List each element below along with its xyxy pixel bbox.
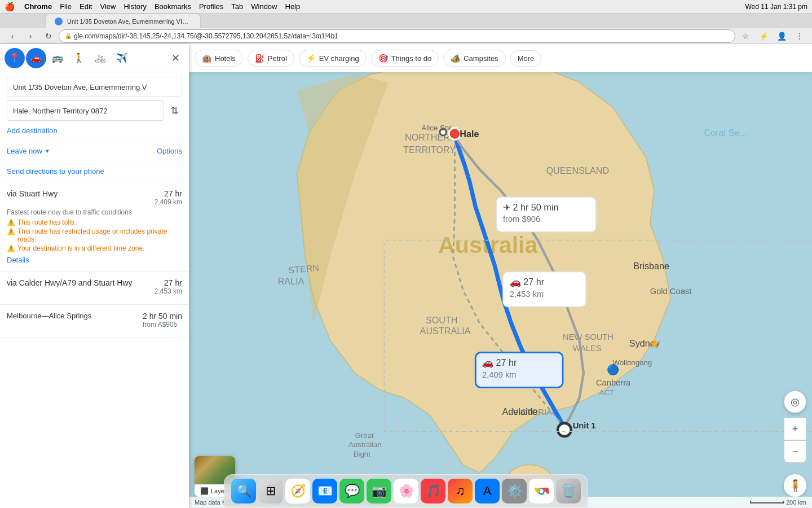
zoom-in-button[interactable]: +: [784, 418, 806, 440]
svg-text:2,453 km: 2,453 km: [510, 290, 544, 299]
route-1-warning-3: ⚠️ Your destination is in a different ti…: [7, 244, 182, 252]
filter-things-to-do[interactable]: 🎯 Things to do: [371, 50, 439, 67]
svg-text:✈  2 hr 50 min: ✈ 2 hr 50 min: [503, 202, 558, 212]
dock-facetime[interactable]: 📷: [367, 479, 391, 503]
left-panel: 📍 🚗 🚌 🚶 🚲 ✈️ ✕ ⇅ Add destination Leave n…: [0, 44, 189, 508]
menu-history[interactable]: History: [123, 2, 146, 11]
svg-text:★: ★: [648, 336, 661, 351]
menu-chrome[interactable]: Chrome: [24, 2, 52, 11]
dock-safari[interactable]: 🧭: [285, 479, 310, 503]
petrol-icon: ⛽: [255, 54, 264, 63]
route-item-2[interactable]: via Calder Hwy/A79 and Stuart Hwy 27 hr …: [0, 271, 189, 305]
main-content: 📍 🚗 🚌 🚶 🚲 ✈️ ✕ ⇅ Add destination Leave n…: [0, 44, 812, 508]
nav-mode-car[interactable]: 🚗: [26, 48, 46, 68]
route-item-1[interactable]: via Stuart Hwy 27 hr 2,409 km Fastest ro…: [0, 182, 189, 271]
dock-finder[interactable]: 🔍: [231, 479, 256, 503]
route-1-duration-dist: 27 hr 2,409 km: [155, 189, 182, 206]
send-directions-link[interactable]: Send directions to your phone: [7, 167, 104, 176]
address-bar[interactable]: 🔒 gle.com/maps/dir/-38,145.25/-24,134.75…: [59, 29, 735, 43]
svg-text:WALES: WALES: [573, 344, 602, 353]
nav-mode-transit[interactable]: 🚌: [47, 48, 68, 68]
route-1-duration: 27 hr: [155, 189, 182, 198]
route-1-header: via Stuart Hwy 27 hr 2,409 km: [7, 189, 182, 206]
back-button[interactable]: ‹: [5, 29, 20, 43]
route-1-details-link[interactable]: Details: [7, 256, 182, 264]
menu-edit[interactable]: Edit: [80, 2, 92, 11]
menu-view[interactable]: View: [100, 2, 116, 11]
profile-button[interactable]: 👤: [774, 29, 789, 43]
svg-text:SOUTH: SOUTH: [426, 315, 458, 325]
dock-system-prefs[interactable]: ⚙️: [502, 479, 527, 503]
apple-logo[interactable]: 🍎: [5, 2, 15, 12]
route-2-name: via Calder Hwy/A79 and Stuart Hwy: [7, 278, 155, 287]
filter-ev-charging[interactable]: ⚡ EV charging: [299, 50, 367, 67]
route-flight-price: from A$905: [143, 321, 182, 329]
from-input[interactable]: [7, 77, 182, 97]
dock-music[interactable]: 🎵: [421, 479, 445, 503]
dock-chrome[interactable]: [529, 479, 554, 503]
route-2-distance: 2,453 km: [155, 287, 182, 295]
scale-bar: 200 km: [750, 499, 806, 506]
menu-bookmarks[interactable]: Bookmarks: [155, 2, 191, 11]
zoom-out-button[interactable]: −: [784, 440, 806, 463]
leave-now-button[interactable]: Leave now ▼: [7, 147, 50, 155]
campsites-icon: 🏕️: [451, 54, 460, 63]
menu-tab[interactable]: Tab: [231, 2, 243, 11]
filter-more[interactable]: More: [510, 50, 542, 67]
dock-appstore[interactable]: A: [475, 479, 500, 503]
ev-charging-icon: ⚡: [306, 54, 316, 63]
nav-mode-location[interactable]: 📍: [5, 48, 25, 68]
filter-ev-label: EV charging: [319, 54, 359, 63]
menu-help[interactable]: Help: [285, 2, 301, 11]
browser-tab[interactable]: Unit 1/35 Doveton Ave, Eumemmerring VIC …: [45, 14, 201, 28]
filter-things-label: Things to do: [391, 54, 432, 63]
locate-button[interactable]: ◎: [784, 391, 806, 413]
add-destination-link[interactable]: Add destination: [7, 124, 182, 137]
hotels-icon: 🏨: [202, 54, 211, 63]
close-button[interactable]: ✕: [166, 49, 184, 67]
dock-mail[interactable]: 📧: [312, 479, 337, 503]
nav-mode-walk[interactable]: 🚶: [69, 48, 89, 68]
route-1-distance: 2,409 km: [155, 198, 182, 206]
reload-button[interactable]: ↻: [41, 29, 56, 43]
layers-icon: ⬛: [200, 487, 209, 495]
svg-text:QUEENSLAND: QUEENSLAND: [546, 165, 610, 176]
menu-profiles[interactable]: Profiles: [199, 2, 223, 11]
menu-right-items: Wed 11 Jan 1:31 pm: [745, 3, 807, 11]
filter-hotels[interactable]: 🏨 Hotels: [195, 50, 243, 67]
svg-text:from $906: from $906: [503, 214, 540, 224]
dock-launchpad[interactable]: ⊞: [258, 479, 283, 503]
extensions-button[interactable]: ⚡: [756, 29, 771, 43]
nav-mode-flight[interactable]: ✈️: [112, 48, 132, 68]
map-area[interactable]: 🏨 Hotels ⛽ Petrol ⚡ EV charging 🎯 Things…: [189, 44, 812, 508]
map-background: NORTHERN TERRITORY QUEENSLAND SOUTH AUST…: [189, 72, 812, 508]
to-input[interactable]: [7, 100, 164, 121]
dock-photos[interactable]: 🌸: [394, 479, 418, 503]
svg-text:Brisbane: Brisbane: [633, 261, 669, 271]
menu-window[interactable]: Window: [251, 2, 277, 11]
dock-trash[interactable]: 🗑️: [556, 479, 581, 503]
svg-text:Canberra: Canberra: [596, 378, 631, 387]
bookmark-button[interactable]: ☆: [738, 29, 753, 43]
leave-now-arrow: ▼: [45, 148, 50, 154]
route-1-warning-1: ⚠️ This route has tolls.: [7, 218, 182, 226]
svg-text:Adelaide: Adelaide: [502, 406, 537, 417]
from-input-wrapper: [7, 77, 182, 97]
forward-button[interactable]: ›: [23, 29, 38, 43]
nav-mode-bike[interactable]: 🚲: [90, 48, 111, 68]
menu-button[interactable]: ⋮: [792, 29, 807, 43]
dock-messages[interactable]: 💬: [339, 479, 364, 503]
swap-button[interactable]: ⇅: [166, 103, 182, 119]
route-inputs: ⇅ Add destination: [0, 72, 189, 142]
route-2-duration: 27 hr: [155, 278, 182, 287]
filter-campsites[interactable]: 🏕️ Campsites: [443, 50, 505, 67]
filter-petrol[interactable]: ⛽ Petrol: [248, 50, 294, 67]
svg-text:Gold Coast: Gold Coast: [650, 287, 692, 296]
pegman-button[interactable]: 🧍: [784, 474, 806, 497]
route-1-warning-3-text: Your destination is in a different time …: [17, 244, 144, 252]
options-button[interactable]: Options: [157, 147, 182, 155]
menu-file[interactable]: File: [60, 2, 72, 11]
warning-icon-2: ⚠️: [7, 227, 15, 235]
dock-itunes[interactable]: ♫: [448, 479, 473, 503]
route-item-flight[interactable]: Melbourne—Alice Springs 2 hr 50 min from…: [0, 305, 189, 338]
